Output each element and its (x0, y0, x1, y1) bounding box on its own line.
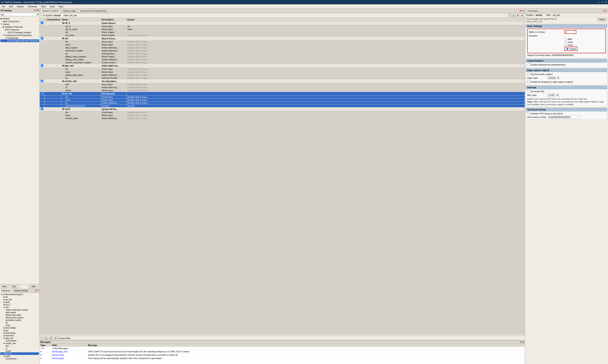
minimize-btn[interactable]: ─ (598, 1, 600, 4)
table-row[interactable]: control_slave Avalon Memory... Double-cl… (40, 117, 525, 120)
tree-item-library[interactable]: ▼ Library (0, 23, 39, 26)
hier-clk[interactable]: ⊕ clk (0, 296, 39, 298)
tree-item-pio[interactable]: PIO (Parallel I/O) Intel FPGA IP (0, 39, 39, 42)
hier-custom-instr[interactable]: custom instruction master (0, 309, 39, 311)
table-row[interactable]: clk Clock Input Double-click to expo... (40, 68, 525, 71)
filter-dropdown-btn[interactable]: ▼ (54, 337, 58, 340)
sc-pin-btn[interactable]: 📌 (519, 10, 522, 12)
hier-cpu2[interactable]: ⊕ cpu (0, 329, 39, 332)
tree-item-pci-express[interactable]: ▶ PCI Express (0, 28, 39, 31)
table-row-pio-led[interactable]: ⊕pio_led PIO (Parallel... (40, 92, 525, 96)
export-cell[interactable]: Double-click to expo... (126, 114, 525, 117)
generate-irq-checkbox[interactable] (527, 90, 530, 92)
row-checkbox[interactable] (41, 92, 43, 95)
table-row[interactable]: clk Clock Output (40, 31, 525, 34)
hier-instr-master[interactable]: instruction master (0, 319, 39, 322)
hier-clock-bridge[interactable]: ⊕ clock bridge (0, 327, 39, 329)
radio-bidir[interactable]: Bidir (565, 38, 604, 40)
hier-cpu[interactable]: ▼ cpu (0, 306, 39, 309)
sc-close-btn[interactable]: ✕ (522, 10, 524, 12)
rp-pin-btn[interactable]: 📌 (603, 10, 605, 12)
menu-file[interactable]: File (1, 5, 6, 8)
table-row[interactable]: irq Interrupt Sender Double-click to exp… (40, 77, 525, 79)
menu-view[interactable]: View (40, 5, 47, 8)
hier-clk0[interactable]: ⊕ clk_0 (0, 303, 39, 306)
close-btn[interactable]: ✕ (605, 1, 607, 4)
export-cell[interactable]: Double-click to expo... (126, 40, 525, 43)
hier-kernel[interactable]: ▼⚙ kernel [kernel.qsys*] (0, 293, 39, 296)
rp-close-btn[interactable]: ✕ (606, 10, 607, 12)
table-row[interactable]: clk_reset Reset Output Double-click to e… (40, 34, 525, 37)
row-checkbox[interactable] (41, 80, 43, 82)
table-row[interactable]: debug_mem_slave Avalon Memory... Double-… (40, 58, 525, 61)
table-row[interactable]: ⊕sysid System ID Per... (40, 107, 525, 111)
radio-output-input[interactable] (566, 48, 568, 50)
tree-item-processors[interactable]: ▼ Processors and Peripherals (0, 34, 39, 37)
msg-close-btn[interactable]: ✕ (523, 341, 524, 343)
hier-data-master[interactable]: data master (0, 311, 39, 314)
table-row[interactable]: clk1 Clock Input Double-click to expo... (40, 83, 525, 86)
menu-tools[interactable]: Tools (49, 5, 56, 8)
edge-type-select[interactable]: RISING (547, 76, 560, 80)
rp-tab-parameters[interactable]: Parameters (526, 9, 541, 13)
filter-up-btn[interactable]: ▲ (44, 337, 48, 340)
expand-icon[interactable]: ⊕ (62, 65, 64, 67)
add-btn[interactable]: + Add... (28, 285, 39, 288)
tab-system-contents[interactable]: System Contents (40, 9, 61, 13)
export-cell[interactable]: Double-click to expo... (126, 117, 525, 120)
table-row[interactable]: instruction_master Avalon Memory... Doub… (40, 49, 525, 52)
radio-bidir-input[interactable] (565, 38, 567, 40)
table-row[interactable]: clk_in_reset Reset Input reset (40, 28, 525, 31)
menu-generate[interactable]: Generate (27, 5, 38, 8)
table-row[interactable]: ⊕jtag_uart JTAG UART Int... (40, 64, 525, 68)
hier-jtag-connections[interactable]: Connections (0, 339, 39, 342)
row-checkbox[interactable] (41, 22, 43, 24)
export-cell[interactable]: Double-click to expo... (126, 52, 525, 55)
expand-icon[interactable]: ⊕ (62, 80, 64, 82)
hier-cpu-reset[interactable]: reset (0, 324, 39, 327)
expand-icon[interactable]: ⊕ (62, 92, 64, 95)
table-row[interactable]: ⊕onchip_ram On-Chip Mem... (40, 79, 525, 83)
radio-output[interactable]: Output (565, 47, 604, 51)
export-cell[interactable]: Double-click to expo... (126, 55, 525, 58)
tab-address-map[interactable]: Address Map (61, 9, 78, 13)
hier-jtag-uart[interactable]: ▼ jtag_uart (0, 337, 39, 339)
sync-capture-checkbox[interactable] (527, 73, 530, 75)
export-cell[interactable]: Double-click to expo... (126, 77, 525, 79)
export-cell[interactable]: Double-click to expo... (126, 49, 525, 52)
export-cell[interactable]: Double-click to expo... (126, 111, 525, 114)
tab-hierarchy[interactable]: Hierarchy (0, 289, 13, 293)
search-clear-btn[interactable]: ✕ (37, 13, 39, 16)
hier-sysid[interactable]: ▼ sysid (0, 355, 39, 357)
table-row[interactable]: data_master Avalon Memory... Double-clic… (40, 46, 525, 49)
table-row[interactable]: s1 Avalon Memory... Double-click to expo… (40, 86, 525, 89)
ip-catalog-close-btn[interactable]: ✕ (37, 9, 39, 12)
hier-sysid-connections[interactable]: Connections (0, 357, 39, 360)
edit-btn[interactable]: Edit... (11, 285, 19, 288)
hier-clk1[interactable]: clk1 (0, 345, 39, 347)
table-row[interactable]: reset Reset Input Double-click to expo..… (40, 99, 525, 102)
table-row[interactable]: ⊕clk_0 Clock Source (40, 21, 525, 25)
export-cell[interactable]: Double-click to expo... (126, 89, 525, 92)
tree-item-peripherals[interactable]: ▼ Peripherals (0, 37, 39, 39)
table-row[interactable]: reset1 Reset Input Double-click to expo.… (40, 89, 525, 92)
hier-debug-mem[interactable]: debug mem slave (0, 314, 39, 316)
export-cell[interactable]: Double-click to expo... (126, 61, 525, 64)
ip-catalog-search-input[interactable] (0, 13, 37, 16)
sc-horizontal-scrollbar[interactable] (40, 334, 525, 336)
width-input[interactable] (565, 30, 576, 34)
export-cell[interactable]: Double-click to expo... (126, 71, 525, 74)
tree-item-project[interactable]: ▶ Project (0, 17, 39, 20)
export-cell[interactable]: Double-click to expo... (126, 74, 525, 77)
radio-input[interactable]: Input (565, 41, 604, 43)
filter-down-btn[interactable]: ▼ (49, 337, 53, 340)
sc-add-btn[interactable]: + (508, 14, 511, 17)
export-cell[interactable]: Double-click to expo... (126, 58, 525, 61)
msg-path-3[interactable]: kernel.sysid (52, 357, 88, 359)
hier-onchip-ram[interactable]: ▼ onchip_ram (0, 342, 39, 345)
new-btn[interactable]: New... (0, 285, 10, 288)
list-item[interactable]: ● kernel.jtag_uart JTAG UART IP input cl… (40, 350, 525, 353)
ip-catalog-pin-btn[interactable]: 📌 (33, 9, 36, 12)
table-row[interactable]: custom_instruction_master Custom Instru.… (40, 61, 525, 64)
drive-input[interactable] (548, 116, 580, 119)
